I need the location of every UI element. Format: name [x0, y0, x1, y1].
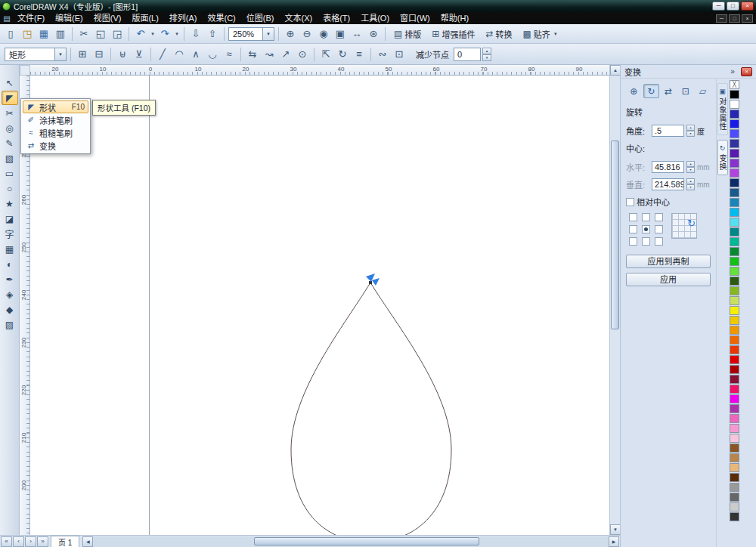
- zoom-in-icon[interactable]: ⊕: [283, 26, 298, 42]
- transform-position-button[interactable]: ⊕: [626, 84, 642, 98]
- to-curve-icon[interactable]: ◠: [172, 47, 187, 62]
- anchor-point-7[interactable]: [629, 237, 637, 246]
- menu-item-6[interactable]: 效果(C): [203, 12, 241, 24]
- color-swatch-27[interactable]: [730, 345, 739, 354]
- stepper-up-icon[interactable]: ▴: [482, 48, 491, 54]
- relative-center-checkbox[interactable]: [626, 198, 634, 206]
- menu-item-9[interactable]: 表格(T): [318, 12, 355, 24]
- horizontal-scroll-thumb[interactable]: [254, 537, 479, 545]
- petal-curve[interactable]: [291, 283, 451, 535]
- extract-subpath-icon[interactable]: ↗: [278, 47, 293, 62]
- zoom-level-combo[interactable]: 250% ▾: [228, 27, 274, 41]
- dropdown-arrow-icon[interactable]: ▾: [174, 31, 180, 37]
- color-swatch-15[interactable]: [730, 227, 739, 236]
- color-swatch-13[interactable]: [730, 208, 739, 217]
- color-swatch-7[interactable]: [730, 149, 739, 158]
- smart-fill-tool[interactable]: ▧: [2, 151, 18, 165]
- close-button[interactable]: ×: [741, 2, 754, 11]
- flyout-smudge-brush[interactable]: ✐涂抹笔刷: [23, 113, 88, 126]
- horizontal-scrollbar[interactable]: ◀ ▶: [82, 536, 619, 547]
- copy-icon[interactable]: ◱: [93, 26, 108, 42]
- import-icon[interactable]: ⇩: [188, 26, 203, 42]
- zoom-width-icon[interactable]: ↔: [349, 26, 364, 42]
- flyout-transform-tool[interactable]: ⇄变换: [23, 139, 88, 152]
- elastic-mode-icon[interactable]: ∾: [375, 47, 390, 62]
- color-swatch-31[interactable]: [730, 385, 739, 394]
- menu-item-5[interactable]: 排列(A): [164, 12, 203, 24]
- extend-curve-icon[interactable]: ↝: [262, 47, 277, 62]
- pan-icon[interactable]: ⊛: [366, 26, 381, 42]
- redo-icon[interactable]: ↷: [157, 26, 172, 42]
- convert-button[interactable]: ⇄转换: [481, 26, 516, 42]
- color-swatch-12[interactable]: [730, 198, 739, 207]
- angle-stepper[interactable]: ▴ ▾: [686, 125, 695, 137]
- align-nodes-icon[interactable]: ≡: [352, 47, 367, 62]
- zoom-selection-icon[interactable]: ◉: [316, 26, 331, 42]
- tab-object-properties[interactable]: ▣对象属性: [717, 83, 728, 135]
- drawing-canvas[interactable]: [30, 76, 609, 535]
- paste-icon[interactable]: ◲: [110, 26, 125, 42]
- transform-scale-mirror-button[interactable]: ⇄: [661, 84, 677, 98]
- vertical-center-input[interactable]: 214.589: [652, 178, 684, 190]
- menu-item-4[interactable]: 版面(L): [126, 12, 163, 24]
- interactive-fill-tool[interactable]: ▨: [2, 317, 18, 332]
- menu-item-1[interactable]: 文件(F): [12, 12, 50, 24]
- color-swatch-35[interactable]: [730, 424, 739, 433]
- save-icon[interactable]: ▦: [36, 26, 51, 42]
- scroll-up-icon[interactable]: ▲: [610, 65, 621, 76]
- snap-button[interactable]: ▩贴齐▾: [518, 26, 562, 42]
- stepper-down-icon[interactable]: ▾: [482, 54, 491, 61]
- apply-to-duplicate-button[interactable]: 应用到再制: [626, 255, 711, 268]
- anchor-point-1[interactable]: [629, 213, 637, 221]
- vertical-stepper[interactable]: ▴ ▾: [686, 178, 695, 190]
- open-icon[interactable]: ◳: [20, 26, 35, 42]
- angle-input[interactable]: .5: [652, 125, 684, 137]
- select-all-nodes-icon[interactable]: ⊡: [392, 47, 407, 62]
- freehand-tool[interactable]: ✎: [2, 136, 18, 150]
- menu-item-2[interactable]: 编辑(E): [50, 12, 88, 24]
- doc-minimize-button[interactable]: ─: [716, 14, 727, 23]
- export-icon[interactable]: ⇧: [205, 26, 220, 42]
- reverse-direction-icon[interactable]: ⇆: [245, 47, 260, 62]
- outline-tool[interactable]: ◈: [2, 287, 18, 301]
- anchor-point-3[interactable]: [655, 213, 663, 221]
- color-swatch-28[interactable]: [730, 355, 739, 364]
- flyout-shape-tool[interactable]: ◤形状F10: [23, 100, 88, 113]
- color-swatch-16[interactable]: [730, 237, 739, 246]
- docker-collapse-icon[interactable]: »: [727, 67, 738, 76]
- color-swatch-11[interactable]: [730, 188, 739, 197]
- color-swatch-33[interactable]: [730, 404, 739, 413]
- fill-tool[interactable]: ◆: [2, 302, 18, 317]
- table-tool[interactable]: ▦: [2, 242, 18, 256]
- color-swatch-32[interactable]: [730, 394, 739, 403]
- color-swatch-30[interactable]: [730, 375, 739, 384]
- add-node-icon[interactable]: ⊞: [75, 47, 90, 62]
- to-line-icon[interactable]: ╱: [155, 47, 170, 62]
- menu-item-3[interactable]: 视图(V): [88, 12, 127, 24]
- undo-icon[interactable]: ↶: [133, 26, 148, 42]
- color-swatch-8[interactable]: [730, 159, 739, 168]
- color-swatch-42[interactable]: [730, 493, 739, 502]
- anchor-point-9[interactable]: [655, 237, 663, 246]
- color-swatch-36[interactable]: [730, 434, 739, 443]
- zoom-page-icon[interactable]: ▣: [333, 26, 348, 42]
- menu-item-11[interactable]: 窗口(W): [395, 12, 435, 24]
- join-nodes-icon[interactable]: ⊎: [115, 47, 130, 62]
- menu-item-8[interactable]: 文本(X): [279, 12, 318, 24]
- delete-node-icon[interactable]: ⊟: [91, 47, 107, 62]
- zoom-tool[interactable]: ◎: [2, 121, 18, 135]
- vertical-scroll-thumb[interactable]: [611, 141, 619, 329]
- print-icon[interactable]: ▥: [53, 26, 68, 42]
- anchor-point-5[interactable]: [642, 225, 650, 233]
- menu-item-7[interactable]: 位图(B): [241, 12, 280, 24]
- color-swatch-17[interactable]: [730, 247, 739, 256]
- text-tool[interactable]: 字: [2, 227, 18, 241]
- color-swatch-39[interactable]: [730, 463, 739, 472]
- color-swatch-2[interactable]: [730, 100, 739, 109]
- eyedropper-tool[interactable]: ✒: [2, 272, 18, 286]
- imposition-button[interactable]: ▤排版: [389, 26, 426, 42]
- color-swatch-41[interactable]: [730, 483, 739, 492]
- color-swatch-23[interactable]: [730, 306, 739, 315]
- maximize-button[interactable]: □: [727, 2, 739, 11]
- color-swatch-25[interactable]: [730, 326, 739, 335]
